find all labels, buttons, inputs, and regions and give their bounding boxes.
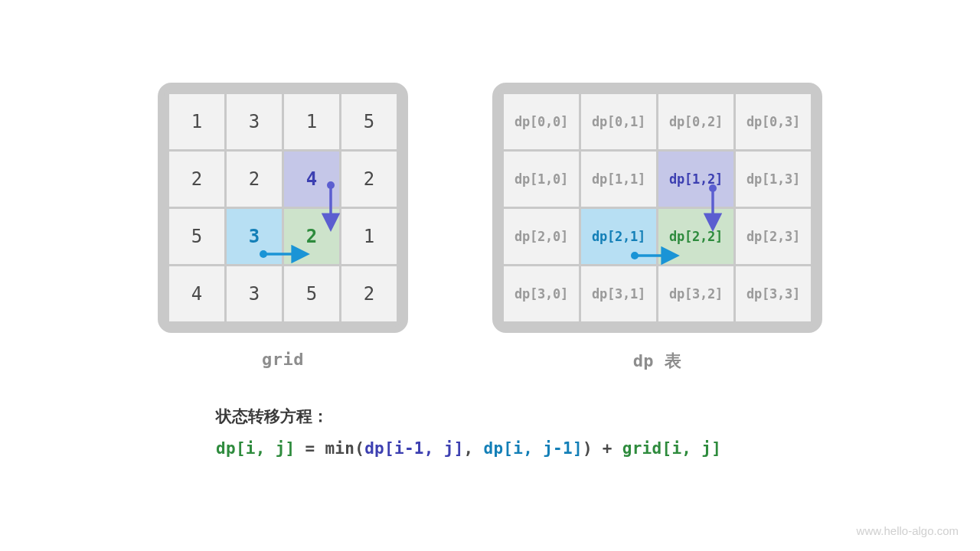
dp-caption: dp 表 <box>633 350 682 373</box>
grid-cell: 3 <box>227 94 282 149</box>
dp-cell: dp[1,1] <box>581 152 656 207</box>
formula-term-b: dp[i, j-1] <box>483 439 582 458</box>
dp-cell-top-source: dp[1,2] <box>658 152 733 207</box>
dp-cell: dp[3,2] <box>658 266 733 321</box>
grid-frame: 1 3 1 5 2 2 4 2 5 3 2 1 4 <box>158 83 408 333</box>
dp-cell: dp[3,1] <box>581 266 656 321</box>
formula-lhs: dp[i, j] <box>216 439 296 458</box>
formula-close: ) + <box>583 439 622 458</box>
formula-grid-term: grid[i, j] <box>622 439 721 458</box>
formula-sep: , <box>464 439 484 458</box>
dp-cell: dp[1,3] <box>736 152 811 207</box>
grid-caption: grid <box>262 350 304 369</box>
grid-cell: 3 <box>227 266 282 321</box>
grid-cell: 1 <box>284 94 339 149</box>
grid-cell: 5 <box>284 266 339 321</box>
dp-table: dp[0,0] dp[0,1] dp[0,2] dp[0,3] dp[1,0] … <box>501 92 813 324</box>
formula-term-a: dp[i-1, j] <box>364 439 463 458</box>
dp-cell-target: dp[2,2] <box>658 209 733 264</box>
grid-cell: 2 <box>341 152 397 207</box>
dp-cell: dp[0,1] <box>581 94 656 149</box>
grid-panel: 1 3 1 5 2 2 4 2 5 3 2 1 4 <box>158 83 408 373</box>
dp-cell: dp[3,3] <box>736 266 811 321</box>
diagram-stage: 1 3 1 5 2 2 4 2 5 3 2 1 4 <box>0 83 980 373</box>
dp-cell: dp[2,0] <box>504 209 579 264</box>
grid-cell-target: 2 <box>284 209 339 264</box>
formula-title: 状态转移方程： <box>216 406 721 427</box>
formula-block: 状态转移方程： dp[i, j] = min(dp[i-1, j], dp[i,… <box>216 406 721 458</box>
dp-panel: dp[0,0] dp[0,1] dp[0,2] dp[0,3] dp[1,0] … <box>492 83 822 373</box>
grid-cell: 2 <box>341 266 397 321</box>
grid-table: 1 3 1 5 2 2 4 2 5 3 2 1 4 <box>167 92 399 324</box>
dp-cell: dp[2,3] <box>736 209 811 264</box>
dp-cell-left-source: dp[2,1] <box>581 209 656 264</box>
dp-cell: dp[0,2] <box>658 94 733 149</box>
formula-eq: = min( <box>296 439 365 458</box>
dp-cell: dp[1,0] <box>504 152 579 207</box>
dp-cell: dp[0,0] <box>504 94 579 149</box>
grid-cell-left-source: 3 <box>227 209 282 264</box>
grid-cell: 1 <box>169 94 224 149</box>
formula-line: dp[i, j] = min(dp[i-1, j], dp[i, j-1]) +… <box>216 439 721 458</box>
watermark: www.hello-algo.com <box>857 524 959 537</box>
grid-cell: 4 <box>169 266 224 321</box>
grid-cell: 1 <box>341 209 397 264</box>
dp-frame: dp[0,0] dp[0,1] dp[0,2] dp[0,3] dp[1,0] … <box>492 83 822 333</box>
dp-cell: dp[3,0] <box>504 266 579 321</box>
grid-cell: 5 <box>169 209 224 264</box>
grid-cell-top-source: 4 <box>284 152 339 207</box>
grid-cell: 5 <box>341 94 397 149</box>
dp-cell: dp[0,3] <box>736 94 811 149</box>
grid-cell: 2 <box>227 152 282 207</box>
grid-cell: 2 <box>169 152 224 207</box>
